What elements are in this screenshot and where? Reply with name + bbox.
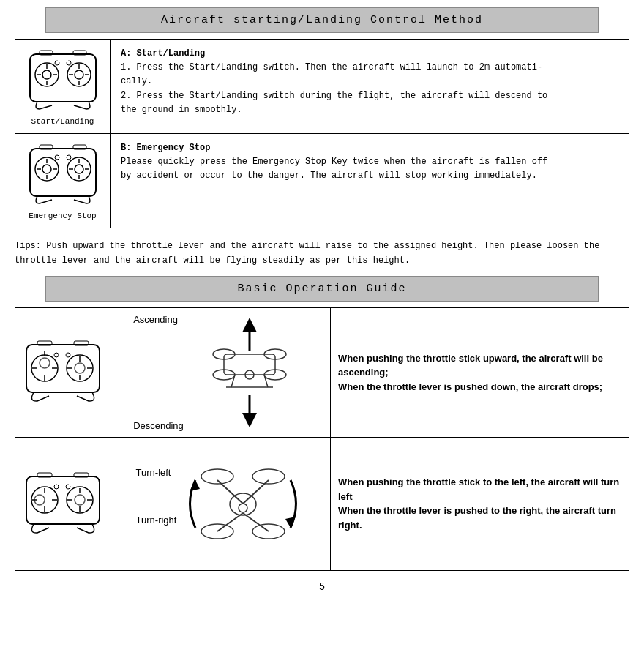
svg-point-79 [54, 485, 59, 489]
op-controller-cell-2 [15, 437, 111, 570]
start-landing-heading: A: Start/Landing [121, 48, 205, 59]
svg-line-59 [231, 375, 235, 387]
start-landing-line1: 1. Press the Start/Landing switch. Then … [121, 62, 542, 72]
svg-point-8 [75, 70, 83, 79]
op-diagram-turn: Turn-left Turn-right [111, 437, 331, 570]
controller-emergency-icon [26, 141, 100, 207]
svg-point-84 [252, 469, 285, 484]
emergency-stop-label: Emergency Stop [21, 212, 104, 220]
start-landing-cell: Start/Landing [15, 40, 111, 134]
turn-diagram [181, 444, 305, 564]
svg-point-49 [54, 353, 59, 357]
op-row-ascend-descend: Ascending Descending [15, 307, 629, 437]
op-controller-turn-icon [23, 469, 103, 535]
svg-line-89 [217, 513, 243, 531]
svg-point-25 [75, 165, 83, 173]
svg-point-92 [239, 504, 247, 512]
start-landing-desc: A: Start/Landing 1. Press the Start/Land… [111, 40, 629, 134]
control-methods-table: Start/Landing A: Start/Landing 1. Press … [15, 39, 629, 228]
emergency-stop-line1: Please quickly press the Emergency Stop … [121, 157, 547, 167]
op-controller-cell-1 [15, 307, 111, 437]
op-diagram-ascend-descend: Ascending Descending [111, 307, 331, 437]
svg-point-32 [55, 155, 59, 160]
emergency-stop-cell: Emergency Stop [15, 134, 111, 228]
emergency-stop-heading: B: Emergency Stop [121, 143, 210, 153]
controller-start-icon [26, 47, 100, 113]
svg-point-15 [55, 61, 59, 65]
svg-point-80 [66, 485, 70, 489]
op-controller-ascend-icon [23, 337, 103, 403]
start-landing-label: Start/Landing [21, 117, 104, 126]
emergency-stop-desc: B: Emergency Stop Please quickly press t… [111, 134, 629, 228]
svg-point-2 [42, 70, 51, 79]
turn-left-label: Turn-left [136, 467, 171, 478]
svg-marker-63 [242, 413, 257, 427]
svg-rect-17 [30, 149, 96, 196]
op-row-turn: Turn-left Turn-right [15, 437, 629, 570]
turn-right-label: Turn-right [136, 515, 177, 526]
svg-point-72 [75, 495, 85, 505]
op-desc-ascend-descend: When pushing the throttle stick upward, … [331, 307, 629, 437]
ascend-descend-diagram [191, 314, 308, 431]
turn-description: When pushing the throttle stick to the l… [338, 476, 619, 531]
svg-marker-81 [190, 480, 200, 491]
ascend-descend-description: When pushing the throttle stick upward, … [338, 353, 603, 392]
svg-line-90 [243, 513, 269, 531]
emergency-stop-line2: by accident or occur to the danger. The … [121, 171, 537, 181]
svg-rect-0 [30, 54, 96, 102]
svg-point-83 [201, 469, 233, 484]
ascending-label: Ascending [133, 314, 178, 325]
table-row-start-landing: Start/Landing A: Start/Landing 1. Press … [15, 40, 629, 134]
start-landing-line2: cally. [121, 76, 152, 86]
start-landing-line3: 2. Press the Start/Landing switch during… [121, 91, 547, 101]
svg-point-19 [42, 165, 51, 173]
svg-marker-51 [242, 318, 257, 332]
start-landing-line4: the ground in smoothly. [121, 105, 242, 115]
section-title-2: Basic Operation Guide [45, 276, 599, 302]
svg-line-88 [243, 480, 269, 504]
table-row-emergency-stop: Emergency Stop B: Emergency Stop Please … [15, 134, 629, 228]
svg-line-87 [217, 480, 243, 504]
op-desc-turn: When pushing the throttle stick to the l… [331, 437, 629, 570]
descending-label: Descending [133, 420, 184, 431]
operation-table: Ascending Descending [15, 307, 629, 571]
tips-text: Tips: Push upward the throttle lever and… [15, 239, 629, 269]
svg-line-60 [264, 375, 268, 387]
svg-point-50 [66, 353, 70, 357]
svg-point-42 [75, 363, 85, 373]
section-title-1: Aircraft starting/Landing Control Method [45, 7, 599, 33]
svg-point-16 [67, 61, 71, 65]
svg-marker-82 [285, 517, 296, 528]
svg-point-33 [67, 155, 71, 160]
page-number: 5 [15, 581, 629, 593]
svg-point-36 [40, 358, 50, 368]
